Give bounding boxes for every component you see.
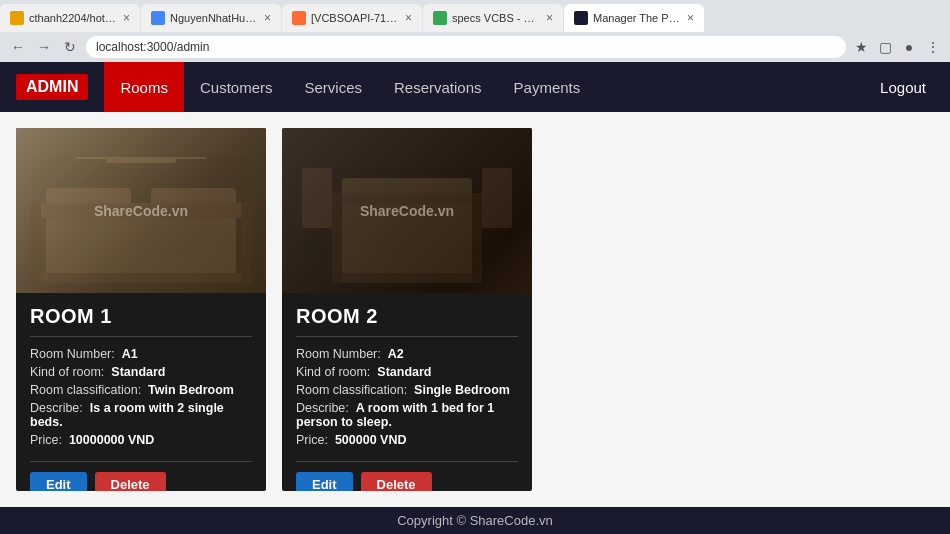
svg-rect-9 xyxy=(342,198,472,278)
menu-icon[interactable]: ⋮ xyxy=(924,38,942,56)
edit-button-2[interactable]: Edit xyxy=(296,472,353,491)
navbar-brand: ADMIN xyxy=(16,74,88,100)
svg-rect-5 xyxy=(31,203,41,283)
room-number-1: Room Number: A1 xyxy=(30,347,252,361)
address-bar[interactable]: localhost:3000/admin xyxy=(86,36,846,58)
room-kind-label-1: Kind of room: xyxy=(30,365,104,379)
room-card-2: ShareCode.vn ROOM 2 Room Number: xyxy=(282,128,532,491)
room-number-label-2: Room Number: xyxy=(296,347,381,361)
room2-svg xyxy=(282,128,532,293)
svg-rect-6 xyxy=(241,203,251,283)
room-info-2: ROOM 2 Room Number: A2 Kind of room: Sta… xyxy=(282,293,532,491)
tab-2[interactable]: NguyenNhatHuynh/Web... × xyxy=(141,4,281,32)
nav-payments[interactable]: Payments xyxy=(498,62,597,112)
tab-close-3[interactable]: × xyxy=(405,11,412,25)
browser-toolbar: ← → ↻ localhost:3000/admin ★ ▢ ● ⋮ xyxy=(0,32,950,62)
room-number-2: Room Number: A2 xyxy=(296,347,518,361)
forward-button[interactable]: → xyxy=(34,37,54,57)
room-classification-1: Room classification: Twin Bedroom xyxy=(30,383,252,397)
tab-4[interactable]: specs VCBS - Google Tr... × xyxy=(423,4,563,32)
tab-3[interactable]: [VCBSOAPI-719] Store P... × xyxy=(282,4,422,32)
room-number-value-1: A1 xyxy=(122,347,138,361)
svg-rect-15 xyxy=(302,168,332,228)
room-classification-label-2: Room classification: xyxy=(296,383,407,397)
room-kind-2: Kind of room: Standard xyxy=(296,365,518,379)
room-actions-1: Edit Delete xyxy=(30,461,252,491)
room-classification-value-2: Single Bedroom xyxy=(414,383,510,397)
room-describe-1: Describe: Is a room with 2 single beds. xyxy=(30,401,252,429)
room-actions-2: Edit Delete xyxy=(296,461,518,491)
nav-links: Rooms Customers Services Reservations Pa… xyxy=(104,62,596,112)
room-divider-1 xyxy=(30,336,252,337)
svg-rect-13 xyxy=(332,193,342,283)
room-classification-label-1: Room classification: xyxy=(30,383,141,397)
svg-rect-4 xyxy=(31,273,251,283)
room-info-1: ROOM 1 Room Number: A1 Kind of room: Sta… xyxy=(16,293,266,491)
room-price-1: Price: 10000000 VND xyxy=(30,433,252,447)
app: ADMIN Rooms Customers Services Reservati… xyxy=(0,62,950,534)
tab-close-1[interactable]: × xyxy=(123,11,130,25)
edit-button-1[interactable]: Edit xyxy=(30,472,87,491)
url-text: localhost:3000/admin xyxy=(96,40,209,54)
room-image-2: ShareCode.vn xyxy=(282,128,532,293)
nav-reservations[interactable]: Reservations xyxy=(378,62,498,112)
bookmark-icon[interactable]: ★ xyxy=(852,38,870,56)
main-content: ShareCode.vn ROOM 1 Room xyxy=(0,112,950,507)
room-describe-2: Describe: A room with 1 bed for 1 person… xyxy=(296,401,518,429)
room-title-1: ROOM 1 xyxy=(30,305,252,328)
delete-button-1[interactable]: Delete xyxy=(95,472,166,491)
room-card-1: ShareCode.vn ROOM 1 Room xyxy=(16,128,266,491)
room-divider-2 xyxy=(296,336,518,337)
room-kind-label-2: Kind of room: xyxy=(296,365,370,379)
profile-icon[interactable]: ● xyxy=(900,38,918,56)
room-price-value-1: 10000000 VND xyxy=(69,433,154,447)
footer: Copyright © ShareCode.vn xyxy=(0,507,950,534)
reload-button[interactable]: ↻ xyxy=(60,37,80,57)
svg-rect-3 xyxy=(36,203,246,218)
room-kind-value-1: Standard xyxy=(111,365,165,379)
nav-rooms[interactable]: Rooms xyxy=(104,62,184,112)
room-kind-value-2: Standard xyxy=(377,365,431,379)
tab-5-active[interactable]: Manager The Plaza × xyxy=(564,4,704,32)
svg-rect-11 xyxy=(332,193,482,205)
room-price-value-2: 500000 VND xyxy=(335,433,407,447)
svg-rect-14 xyxy=(472,193,482,283)
room-price-label-1: Price: xyxy=(30,433,62,447)
svg-rect-12 xyxy=(332,273,482,283)
room-price-2: Price: 500000 VND xyxy=(296,433,518,447)
tab-1[interactable]: cthanh2204/hotel-book... × xyxy=(0,4,140,32)
room-kind-1: Kind of room: Standard xyxy=(30,365,252,379)
browser-tabs: cthanh2204/hotel-book... × NguyenNhatHuy… xyxy=(0,0,950,32)
room-classification-value-1: Twin Bedroom xyxy=(148,383,234,397)
navbar-right: Logout xyxy=(872,75,934,100)
browser-chrome: cthanh2204/hotel-book... × NguyenNhatHuy… xyxy=(0,0,950,62)
room-describe-label-1: Describe: xyxy=(30,401,83,415)
footer-text: Copyright © ShareCode.vn xyxy=(397,513,553,528)
logout-button[interactable]: Logout xyxy=(872,75,934,100)
tab-close-5[interactable]: × xyxy=(687,11,694,25)
room-image-1: ShareCode.vn xyxy=(16,128,266,293)
room1-svg xyxy=(16,128,266,293)
delete-button-2[interactable]: Delete xyxy=(361,472,432,491)
navbar: ADMIN Rooms Customers Services Reservati… xyxy=(0,62,950,112)
room-title-2: ROOM 2 xyxy=(296,305,518,328)
nav-customers[interactable]: Customers xyxy=(184,62,289,112)
tab-close-2[interactable]: × xyxy=(264,11,271,25)
extensions-icon[interactable]: ▢ xyxy=(876,38,894,56)
room-number-label-1: Room Number: xyxy=(30,347,115,361)
nav-services[interactable]: Services xyxy=(288,62,378,112)
back-button[interactable]: ← xyxy=(8,37,28,57)
room-number-value-2: A2 xyxy=(388,347,404,361)
svg-rect-16 xyxy=(482,168,512,228)
room-classification-2: Room classification: Single Bedroom xyxy=(296,383,518,397)
svg-rect-0 xyxy=(46,208,236,278)
room-price-label-2: Price: xyxy=(296,433,328,447)
tab-close-4[interactable]: × xyxy=(546,11,553,25)
room-describe-label-2: Describe: xyxy=(296,401,349,415)
